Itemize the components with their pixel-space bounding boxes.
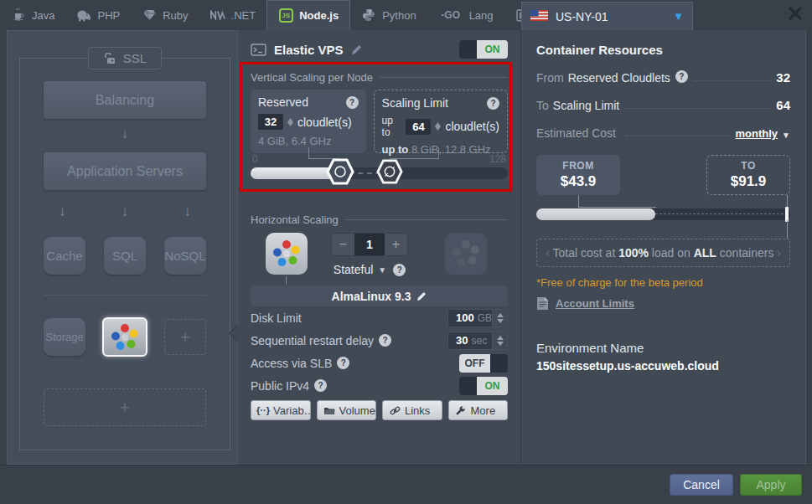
increase-button[interactable]: + [385, 234, 407, 255]
help-icon[interactable]: ? [346, 96, 359, 109]
go-icon: -GO [438, 8, 463, 23]
cost-to-value: $91.9 [731, 173, 767, 190]
vertical-scaling-section-title: Vertical Scaling per Node [251, 71, 508, 84]
dialog-footer: Cancel Apply [0, 465, 812, 504]
braces-icon: {··} [257, 405, 269, 415]
limit-value: 64 [776, 98, 790, 112]
region-label: US-NY-01 [556, 10, 608, 23]
tab-ruby[interactable]: Ruby [131, 0, 199, 30]
ssl-toggle[interactable]: SSL [88, 47, 162, 69]
spinner-icon[interactable] [435, 122, 441, 131]
slb-toggle[interactable]: OFF [459, 354, 508, 373]
cost-to-box: TO $91.9 [706, 155, 790, 195]
beta-note: *Free of charge for the beta period [536, 276, 790, 289]
reserved-slider-handle[interactable] [326, 157, 354, 189]
almalinux-logo-icon [272, 239, 302, 269]
storage-block[interactable]: Storage [44, 318, 85, 356]
scaling-limit-box: Scaling Limit ? up to 64 cloudlet(s) up … [374, 90, 508, 153]
apply-button[interactable]: Apply [740, 474, 802, 496]
decrease-button[interactable]: − [332, 234, 354, 255]
ruby-icon [142, 8, 157, 23]
tab-nodejs[interactable]: JS Node.js [266, 0, 350, 30]
add-node-button[interactable]: + [164, 319, 206, 355]
links-button[interactable]: Links [382, 400, 442, 420]
tab-label: .NET [231, 9, 256, 22]
volumes-button[interactable]: Volumes [317, 400, 377, 420]
selected-vps-node[interactable] [102, 317, 147, 357]
chevron-down-icon[interactable]: ▼ [782, 131, 790, 140]
cost-bar-fill [536, 208, 655, 220]
restart-delay-input[interactable]: 30 sec [447, 332, 508, 350]
node-settings-panel: Elastic VPS ON Vertical Scaling per Node… [238, 30, 521, 465]
billing-period-dropdown[interactable]: monthly [736, 127, 778, 140]
toggle-label: ON [477, 40, 508, 59]
disk-limit-label: Disk Limit [251, 311, 302, 325]
variables-button[interactable]: {··} Variab… [251, 400, 311, 420]
help-icon[interactable]: ? [337, 357, 349, 369]
node-title: Elastic VPS [274, 43, 344, 57]
down-arrow-icon: ↓ [184, 203, 192, 220]
limit-input[interactable]: 64 [406, 119, 431, 135]
java-icon [11, 8, 26, 23]
node-count-value[interactable]: 1 [354, 234, 385, 255]
edit-pencil-icon[interactable] [416, 291, 427, 301]
help-icon[interactable]: ? [393, 264, 406, 276]
close-icon[interactable] [789, 7, 805, 23]
cache-block[interactable]: Cache [44, 237, 85, 275]
account-limits-link[interactable]: Account Limits [556, 297, 634, 310]
tab-python[interactable]: Python [350, 0, 427, 30]
cost-from-box: FROM $43.9 [536, 155, 620, 195]
cancel-button[interactable]: Cancel [670, 474, 733, 496]
more-button[interactable]: More [448, 400, 509, 420]
reserved-resources: 4 GiB, 6.4 GHz [258, 135, 359, 147]
scaling-mode-dropdown[interactable]: Stateful [334, 263, 373, 276]
toggle-knob [490, 354, 508, 373]
topology-wizard-dialog: Java PHP Ruby .NET JS Node.js [0, 0, 812, 504]
slider-min-label: 0 [252, 153, 258, 165]
node-icon[interactable] [266, 233, 308, 275]
tab-label: Java [32, 9, 54, 22]
os-version-bar[interactable]: AlmaLinux 9.3 [251, 285, 508, 306]
chevron-down-icon: ▼ [673, 10, 684, 23]
reserved-cloudlets-box: Reserved ? 32 cloudlet(s) 4 GiB, 6.4 GHz [251, 90, 366, 153]
nosql-block[interactable]: NoSQL [164, 237, 206, 275]
slider-max-label: 128 [489, 153, 506, 165]
help-icon[interactable]: ? [379, 334, 391, 347]
sql-block[interactable]: SQL [104, 237, 146, 275]
dotnet-icon [210, 8, 225, 23]
tab-golang[interactable]: -GO Lang [427, 0, 504, 30]
reserved-input[interactable]: 32 [258, 114, 283, 130]
region-selector[interactable]: US-NY-01 ▼ [521, 2, 693, 30]
node-count-stepper: − 1 + [331, 233, 408, 256]
vps-on-toggle[interactable]: ON [459, 40, 508, 59]
wrench-icon [455, 405, 467, 416]
balancing-block[interactable]: Balancing [44, 81, 206, 119]
spinner-icon[interactable] [287, 118, 293, 126]
toggle-label: ON [477, 377, 508, 395]
toggle-label: OFF [459, 354, 490, 373]
tab-java[interactable]: Java [0, 0, 65, 30]
tab-php[interactable]: PHP [65, 0, 131, 30]
app-servers-block[interactable]: Application Servers [44, 152, 206, 190]
help-icon[interactable]: ? [487, 97, 499, 110]
ssl-label: SSL [123, 51, 147, 65]
chevron-down-icon[interactable]: ▼ [378, 265, 386, 275]
spinner-icon[interactable] [492, 332, 507, 349]
cost-range-bar [536, 208, 790, 220]
spinner-icon[interactable] [492, 310, 507, 327]
limit-slider-handle[interactable] [376, 158, 403, 188]
chevron-right-icon[interactable]: › [776, 244, 781, 261]
edit-pencil-icon[interactable] [351, 44, 362, 55]
tab-dotnet[interactable]: .NET [199, 0, 267, 30]
ipv4-toggle[interactable]: ON [459, 377, 508, 395]
document-icon [536, 296, 549, 311]
divider [44, 295, 206, 296]
almalinux-logo-icon [110, 322, 140, 352]
help-icon[interactable]: ? [675, 70, 688, 83]
disk-limit-input[interactable]: 100 GB [447, 309, 508, 327]
tab-label: Lang [469, 9, 494, 22]
help-icon[interactable]: ? [314, 379, 327, 392]
connector-line [578, 195, 656, 208]
python-icon [361, 8, 376, 23]
add-layer-button[interactable]: + [44, 388, 206, 426]
